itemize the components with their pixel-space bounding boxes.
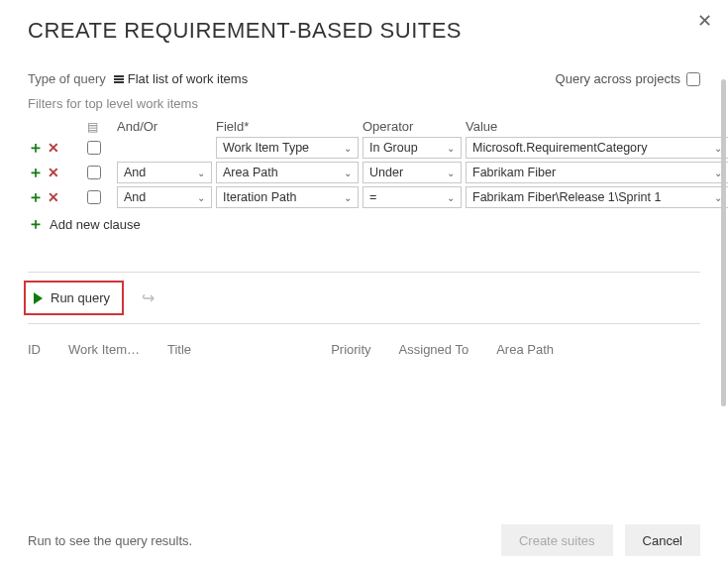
add-row-icon[interactable]: ＋ xyxy=(28,165,44,180)
results-header: ID Work Item… Title Priority Assigned To… xyxy=(28,342,700,357)
add-clause-label: Add new clause xyxy=(50,217,141,232)
create-suites-button[interactable]: Create suites xyxy=(501,524,613,556)
value-dropdown[interactable]: Fabrikam Fiber⌄ xyxy=(466,162,728,183)
close-icon[interactable]: ✕ xyxy=(697,10,712,32)
run-query-label: Run query xyxy=(51,290,110,305)
run-toolbar: Run query ↪ xyxy=(28,272,700,324)
query-type-text: Flat list of work items xyxy=(128,71,248,86)
scrollbar[interactable] xyxy=(721,79,726,406)
delete-row-icon[interactable]: ✕ xyxy=(48,190,59,204)
col-assigned[interactable]: Assigned To xyxy=(399,342,469,357)
value-dropdown[interactable]: Fabrikam Fiber\Release 1\Sprint 1⌄ xyxy=(466,186,728,208)
field-dropdown[interactable]: Iteration Path⌄ xyxy=(216,186,359,208)
chevron-down-icon: ⌄ xyxy=(447,143,455,154)
col-wit[interactable]: Work Item… xyxy=(68,342,140,357)
field-dropdown[interactable]: Work Item Type⌄ xyxy=(216,137,359,159)
row-actions: ＋ ✕ xyxy=(28,189,83,205)
group-icon: ▤ xyxy=(87,120,98,134)
operator-dropdown[interactable]: =⌄ xyxy=(363,186,462,208)
add-row-icon[interactable]: ＋ xyxy=(28,140,44,156)
query-type-label: Type of query xyxy=(28,71,106,86)
col-area[interactable]: Area Path xyxy=(496,342,554,357)
field-dropdown[interactable]: Area Path⌄ xyxy=(216,162,359,183)
col-value: Value xyxy=(466,119,728,134)
filters-section-label: Filters for top level work items xyxy=(28,96,700,111)
cancel-button[interactable]: Cancel xyxy=(625,524,700,556)
add-new-clause[interactable]: ＋ Add new clause xyxy=(28,216,700,232)
col-andor: And/Or xyxy=(117,119,212,134)
col-id[interactable]: ID xyxy=(28,342,41,357)
row-actions: ＋ ✕ xyxy=(28,165,83,180)
query-across-checkbox[interactable] xyxy=(686,72,700,86)
operator-dropdown[interactable]: Under⌄ xyxy=(363,162,462,183)
chevron-down-icon: ⌄ xyxy=(447,168,455,178)
filters-grid: ▤ And/Or Field* Operator Value ＋ ✕ Work … xyxy=(28,119,700,208)
operator-dropdown[interactable]: In Group⌄ xyxy=(363,137,462,159)
chevron-down-icon: ⌄ xyxy=(344,143,352,154)
query-type-value[interactable]: Flat list of work items xyxy=(114,71,248,86)
row-checkbox[interactable] xyxy=(87,166,101,179)
col-title[interactable]: Title xyxy=(167,342,191,357)
query-across-label: Query across projects xyxy=(556,71,680,86)
delete-row-icon[interactable]: ✕ xyxy=(48,166,59,179)
col-priority[interactable]: Priority xyxy=(331,342,370,357)
chevron-down-icon: ⌄ xyxy=(197,168,205,178)
query-across-projects[interactable]: Query across projects xyxy=(556,71,700,86)
forward-arrow-icon[interactable]: ↪ xyxy=(142,288,155,307)
play-icon xyxy=(34,292,43,304)
chevron-down-icon: ⌄ xyxy=(197,192,205,203)
value-dropdown[interactable]: Microsoft.RequirementCategory⌄ xyxy=(466,137,728,159)
flat-list-icon xyxy=(114,75,124,83)
andor-dropdown[interactable]: And⌄ xyxy=(117,162,212,183)
col-field: Field* xyxy=(216,119,359,134)
dialog-title: CREATE REQUIREMENT-BASED SUITES xyxy=(28,18,700,44)
row-checkbox[interactable] xyxy=(87,141,101,155)
plus-icon: ＋ xyxy=(28,216,44,232)
row-checkbox[interactable] xyxy=(87,190,101,204)
add-row-icon[interactable]: ＋ xyxy=(28,189,44,205)
chevron-down-icon: ⌄ xyxy=(344,192,352,203)
andor-dropdown[interactable]: And⌄ xyxy=(117,186,212,208)
footer-message: Run to see the query results. xyxy=(28,533,489,548)
chevron-down-icon: ⌄ xyxy=(344,168,352,178)
chevron-down-icon: ⌄ xyxy=(447,192,455,203)
row-actions: ＋ ✕ xyxy=(28,140,83,156)
col-operator: Operator xyxy=(363,119,462,134)
delete-row-icon[interactable]: ✕ xyxy=(48,141,59,155)
run-query-button[interactable]: Run query xyxy=(24,281,124,315)
